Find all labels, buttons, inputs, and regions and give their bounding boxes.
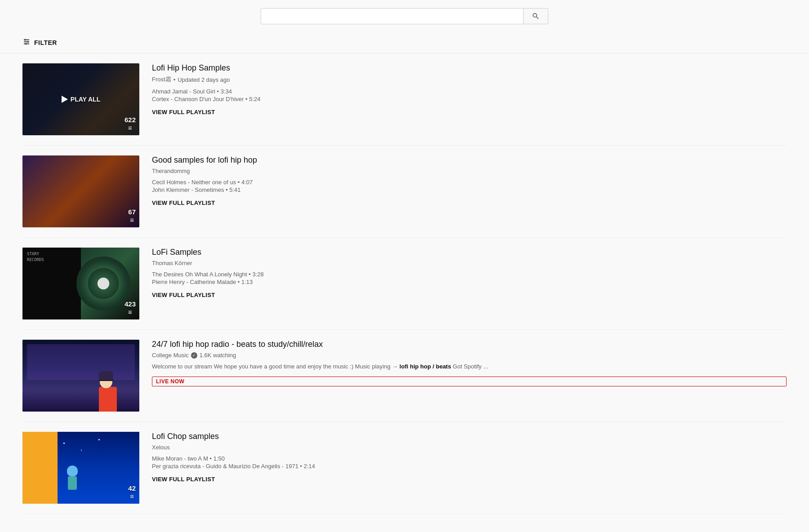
track-list-1: Ahmad Jamal - Soul Girl • 3:34 Cortex - … bbox=[152, 88, 787, 102]
track-list-5: Mike Moran - two A M • 1:50 Per grazia r… bbox=[152, 455, 787, 470]
channel-name-4[interactable]: College Music bbox=[152, 352, 189, 359]
result-title-5[interactable]: Lofi Chop samples bbox=[152, 432, 787, 441]
channel-name-2[interactable]: Therandommg bbox=[152, 168, 190, 174]
playlist-count-5: 42 bbox=[128, 484, 136, 492]
track-item-1-1: Ahmad Jamal - Soul Girl • 3:34 bbox=[152, 88, 787, 95]
thumbnail-4[interactable] bbox=[22, 340, 139, 412]
channel-name-3[interactable]: Thomas Körner bbox=[152, 260, 192, 266]
svg-point-5 bbox=[25, 43, 27, 44]
thumbnail-bg-3: STARYRECORDS bbox=[22, 248, 139, 319]
live-badge-4: LIVE NOW bbox=[152, 377, 787, 386]
track-item-3-2: Pierre Henry - Catherine Malade • 1:13 bbox=[152, 279, 787, 285]
result-title-1[interactable]: Lofi Hip Hop Samples bbox=[152, 63, 787, 73]
play-all-label-1: PLAY ALL bbox=[71, 96, 100, 103]
result-channel-3: Thomas Körner bbox=[152, 260, 787, 266]
result-channel-4: College Music 1.6K watching bbox=[152, 352, 787, 359]
search-button[interactable] bbox=[523, 9, 548, 24]
search-bar: lofi samples bbox=[261, 8, 548, 24]
thumbnail-3[interactable]: STARYRECORDS 423 ≡ bbox=[22, 248, 139, 319]
result-info-1: Lofi Hip Hop Samples Frost霜 • Updated 2 … bbox=[152, 63, 787, 115]
filter-label[interactable]: FILTER bbox=[34, 39, 57, 46]
track-item-5-2: Per grazia ricevuta - Guido & Maurizio D… bbox=[152, 463, 787, 470]
result-item-4: 24/7 lofi hip hop radio - beats to study… bbox=[22, 330, 787, 422]
playlist-badge-5: 42 ≡ bbox=[128, 484, 136, 500]
track-item-2-2: John Klemmer - Sometimes • 5:41 bbox=[152, 186, 787, 193]
result-item-3: STARYRECORDS 423 ≡ LoFi Samples Thomas K… bbox=[22, 238, 787, 330]
playlist-badge-3: 423 ≡ bbox=[124, 300, 136, 316]
svg-point-3 bbox=[25, 39, 26, 40]
track-list-3: The Desires Oh What A Lonely Night • 3:2… bbox=[152, 271, 787, 285]
result-title-4[interactable]: 24/7 lofi hip hop radio - beats to study… bbox=[152, 340, 787, 349]
filter-icon bbox=[22, 38, 31, 48]
thumbnail-1[interactable]: PLAY ALL 622 ≡ bbox=[22, 63, 139, 135]
view-playlist-btn-5[interactable]: VIEW FULL PLAYLIST bbox=[152, 476, 787, 483]
result-title-2[interactable]: Good samples for lofi hip hop bbox=[152, 155, 787, 165]
result-item-2: 67 ≡ Good samples for lofi hip hop Thera… bbox=[22, 146, 787, 238]
result-info-5: Lofi Chop samples Xelous Mike Moran - tw… bbox=[152, 432, 787, 483]
track-list-2: Cecil Holmes - Neither one of us • 4:07 … bbox=[152, 179, 787, 193]
playlist-count-3: 423 bbox=[124, 300, 136, 308]
view-playlist-btn-3[interactable]: VIEW FULL PLAYLIST bbox=[152, 292, 787, 298]
result-info-2: Good samples for lofi hip hop Therandomm… bbox=[152, 155, 787, 206]
thumbnail-bg-4 bbox=[22, 340, 139, 412]
playlist-count-1: 622 bbox=[124, 116, 136, 124]
playlist-badge-2: 67 ≡ bbox=[128, 208, 136, 224]
list-icon-2: ≡ bbox=[130, 216, 134, 224]
view-playlist-btn-1[interactable]: VIEW FULL PLAYLIST bbox=[152, 109, 787, 115]
track-item-2-1: Cecil Holmes - Neither one of us • 4:07 bbox=[152, 179, 787, 186]
result-title-3[interactable]: LoFi Samples bbox=[152, 248, 787, 257]
list-icon-5: ≡ bbox=[130, 492, 134, 500]
list-icon-3: ≡ bbox=[128, 308, 132, 316]
playlist-count-2: 67 bbox=[128, 208, 136, 216]
search-icon bbox=[532, 12, 540, 20]
result-channel-5: Xelous bbox=[152, 444, 787, 451]
description-text-4: Welcome to our stream We hope you have a… bbox=[152, 362, 787, 371]
channel-name-1[interactable]: Frost霜 bbox=[152, 75, 171, 84]
play-all-overlay-1: PLAY ALL bbox=[22, 63, 139, 135]
play-all-button-1[interactable]: PLAY ALL bbox=[62, 96, 100, 103]
result-item: PLAY ALL 622 ≡ Lofi Hip Hop Samples Fros… bbox=[22, 53, 787, 146]
track-item-1-2: Cortex - Chanson D'un Jour D'hiver • 5:2… bbox=[152, 96, 787, 102]
thumbnail-bg-2 bbox=[22, 155, 139, 227]
thumbnail-bg-5 bbox=[22, 432, 139, 504]
result-channel-2: Therandommg bbox=[152, 168, 787, 174]
search-input[interactable]: lofi samples bbox=[261, 9, 523, 24]
play-icon-1 bbox=[62, 96, 68, 103]
thumbnail-5[interactable]: 42 ≡ bbox=[22, 432, 139, 504]
track-item-5-1: Mike Moran - two A M • 1:50 bbox=[152, 455, 787, 462]
result-item-5: 42 ≡ Lofi Chop samples Xelous Mike Moran… bbox=[22, 422, 787, 514]
filter-bar: FILTER bbox=[0, 32, 809, 53]
channel-separator-1: • bbox=[173, 76, 176, 83]
result-channel-1: Frost霜 • Updated 2 days ago bbox=[152, 75, 787, 84]
verified-badge-4 bbox=[191, 352, 197, 359]
results-list: PLAY ALL 622 ≡ Lofi Hip Hop Samples Fros… bbox=[0, 53, 809, 514]
channel-name-5[interactable]: Xelous bbox=[152, 444, 170, 451]
vinyl-record bbox=[76, 257, 130, 310]
updated-text-1: Updated 2 days ago bbox=[178, 76, 230, 83]
result-info-4: 24/7 lofi hip hop radio - beats to study… bbox=[152, 340, 787, 386]
search-area: lofi samples bbox=[0, 0, 809, 32]
svg-point-4 bbox=[27, 41, 29, 43]
playlist-badge-1: 622 ≡ bbox=[124, 116, 136, 132]
thumbnail-2[interactable]: 67 ≡ bbox=[22, 155, 139, 227]
list-icon-1: ≡ bbox=[128, 124, 132, 132]
watching-text-4: 1.6K watching bbox=[200, 352, 236, 359]
result-info-3: LoFi Samples Thomas Körner The Desires O… bbox=[152, 248, 787, 298]
view-playlist-btn-2[interactable]: VIEW FULL PLAYLIST bbox=[152, 200, 787, 206]
track-item-3-1: The Desires Oh What A Lonely Night • 3:2… bbox=[152, 271, 787, 278]
